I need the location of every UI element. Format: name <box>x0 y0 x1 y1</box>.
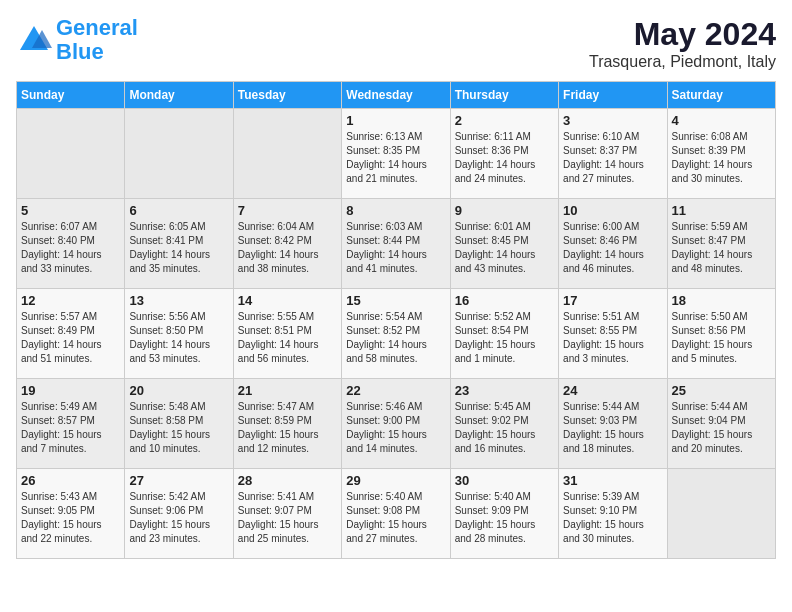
cell-info: Sunrise: 5:43 AM Sunset: 9:05 PM Dayligh… <box>21 490 120 546</box>
day-header-saturday: Saturday <box>667 82 775 109</box>
calendar-cell: 29Sunrise: 5:40 AM Sunset: 9:08 PM Dayli… <box>342 469 450 559</box>
day-number: 12 <box>21 293 120 308</box>
week-row-4: 19Sunrise: 5:49 AM Sunset: 8:57 PM Dayli… <box>17 379 776 469</box>
day-number: 4 <box>672 113 771 128</box>
cell-info: Sunrise: 6:13 AM Sunset: 8:35 PM Dayligh… <box>346 130 445 186</box>
cell-info: Sunrise: 5:56 AM Sunset: 8:50 PM Dayligh… <box>129 310 228 366</box>
day-number: 20 <box>129 383 228 398</box>
day-number: 24 <box>563 383 662 398</box>
day-header-thursday: Thursday <box>450 82 558 109</box>
day-number: 26 <box>21 473 120 488</box>
calendar-cell <box>125 109 233 199</box>
calendar-cell: 8Sunrise: 6:03 AM Sunset: 8:44 PM Daylig… <box>342 199 450 289</box>
logo-line1: General <box>56 15 138 40</box>
logo-text: General Blue <box>56 16 138 64</box>
cell-info: Sunrise: 6:04 AM Sunset: 8:42 PM Dayligh… <box>238 220 337 276</box>
cell-info: Sunrise: 5:51 AM Sunset: 8:55 PM Dayligh… <box>563 310 662 366</box>
day-number: 19 <box>21 383 120 398</box>
cell-info: Sunrise: 5:39 AM Sunset: 9:10 PM Dayligh… <box>563 490 662 546</box>
calendar-cell: 22Sunrise: 5:46 AM Sunset: 9:00 PM Dayli… <box>342 379 450 469</box>
cell-info: Sunrise: 5:52 AM Sunset: 8:54 PM Dayligh… <box>455 310 554 366</box>
cell-info: Sunrise: 5:47 AM Sunset: 8:59 PM Dayligh… <box>238 400 337 456</box>
logo: General Blue <box>16 16 138 64</box>
title-block: May 2024 Trasquera, Piedmont, Italy <box>589 16 776 71</box>
cell-info: Sunrise: 6:05 AM Sunset: 8:41 PM Dayligh… <box>129 220 228 276</box>
day-number: 1 <box>346 113 445 128</box>
days-of-week-row: SundayMondayTuesdayWednesdayThursdayFrid… <box>17 82 776 109</box>
day-number: 25 <box>672 383 771 398</box>
day-number: 15 <box>346 293 445 308</box>
cell-info: Sunrise: 5:55 AM Sunset: 8:51 PM Dayligh… <box>238 310 337 366</box>
day-number: 14 <box>238 293 337 308</box>
day-header-monday: Monday <box>125 82 233 109</box>
cell-info: Sunrise: 5:44 AM Sunset: 9:04 PM Dayligh… <box>672 400 771 456</box>
calendar-cell: 6Sunrise: 6:05 AM Sunset: 8:41 PM Daylig… <box>125 199 233 289</box>
calendar-cell: 28Sunrise: 5:41 AM Sunset: 9:07 PM Dayli… <box>233 469 341 559</box>
calendar-cell: 7Sunrise: 6:04 AM Sunset: 8:42 PM Daylig… <box>233 199 341 289</box>
calendar-cell: 15Sunrise: 5:54 AM Sunset: 8:52 PM Dayli… <box>342 289 450 379</box>
calendar-cell: 20Sunrise: 5:48 AM Sunset: 8:58 PM Dayli… <box>125 379 233 469</box>
calendar-cell: 27Sunrise: 5:42 AM Sunset: 9:06 PM Dayli… <box>125 469 233 559</box>
calendar-cell: 31Sunrise: 5:39 AM Sunset: 9:10 PM Dayli… <box>559 469 667 559</box>
calendar-cell: 4Sunrise: 6:08 AM Sunset: 8:39 PM Daylig… <box>667 109 775 199</box>
calendar-cell <box>233 109 341 199</box>
calendar-cell: 17Sunrise: 5:51 AM Sunset: 8:55 PM Dayli… <box>559 289 667 379</box>
week-row-1: 1Sunrise: 6:13 AM Sunset: 8:35 PM Daylig… <box>17 109 776 199</box>
day-number: 17 <box>563 293 662 308</box>
calendar-cell: 2Sunrise: 6:11 AM Sunset: 8:36 PM Daylig… <box>450 109 558 199</box>
calendar-cell: 5Sunrise: 6:07 AM Sunset: 8:40 PM Daylig… <box>17 199 125 289</box>
calendar-cell: 12Sunrise: 5:57 AM Sunset: 8:49 PM Dayli… <box>17 289 125 379</box>
day-number: 6 <box>129 203 228 218</box>
calendar-cell: 16Sunrise: 5:52 AM Sunset: 8:54 PM Dayli… <box>450 289 558 379</box>
day-number: 30 <box>455 473 554 488</box>
week-row-3: 12Sunrise: 5:57 AM Sunset: 8:49 PM Dayli… <box>17 289 776 379</box>
day-number: 10 <box>563 203 662 218</box>
day-number: 2 <box>455 113 554 128</box>
calendar-cell: 3Sunrise: 6:10 AM Sunset: 8:37 PM Daylig… <box>559 109 667 199</box>
calendar-cell: 21Sunrise: 5:47 AM Sunset: 8:59 PM Dayli… <box>233 379 341 469</box>
cell-info: Sunrise: 6:10 AM Sunset: 8:37 PM Dayligh… <box>563 130 662 186</box>
day-number: 22 <box>346 383 445 398</box>
page-header: General Blue May 2024 Trasquera, Piedmon… <box>16 16 776 71</box>
calendar-cell <box>667 469 775 559</box>
cell-info: Sunrise: 5:59 AM Sunset: 8:47 PM Dayligh… <box>672 220 771 276</box>
cell-info: Sunrise: 6:08 AM Sunset: 8:39 PM Dayligh… <box>672 130 771 186</box>
calendar-table: SundayMondayTuesdayWednesdayThursdayFrid… <box>16 81 776 559</box>
day-number: 11 <box>672 203 771 218</box>
cell-info: Sunrise: 6:11 AM Sunset: 8:36 PM Dayligh… <box>455 130 554 186</box>
calendar-cell: 30Sunrise: 5:40 AM Sunset: 9:09 PM Dayli… <box>450 469 558 559</box>
day-header-friday: Friday <box>559 82 667 109</box>
day-number: 8 <box>346 203 445 218</box>
cell-info: Sunrise: 5:40 AM Sunset: 9:08 PM Dayligh… <box>346 490 445 546</box>
calendar-cell: 10Sunrise: 6:00 AM Sunset: 8:46 PM Dayli… <box>559 199 667 289</box>
logo-line2: Blue <box>56 39 104 64</box>
day-number: 18 <box>672 293 771 308</box>
calendar-cell: 9Sunrise: 6:01 AM Sunset: 8:45 PM Daylig… <box>450 199 558 289</box>
day-number: 9 <box>455 203 554 218</box>
calendar-cell: 19Sunrise: 5:49 AM Sunset: 8:57 PM Dayli… <box>17 379 125 469</box>
calendar-cell: 24Sunrise: 5:44 AM Sunset: 9:03 PM Dayli… <box>559 379 667 469</box>
day-number: 21 <box>238 383 337 398</box>
day-number: 16 <box>455 293 554 308</box>
cell-info: Sunrise: 5:45 AM Sunset: 9:02 PM Dayligh… <box>455 400 554 456</box>
cell-info: Sunrise: 5:57 AM Sunset: 8:49 PM Dayligh… <box>21 310 120 366</box>
location: Trasquera, Piedmont, Italy <box>589 53 776 71</box>
calendar-cell: 11Sunrise: 5:59 AM Sunset: 8:47 PM Dayli… <box>667 199 775 289</box>
calendar-cell: 13Sunrise: 5:56 AM Sunset: 8:50 PM Dayli… <box>125 289 233 379</box>
cell-info: Sunrise: 5:41 AM Sunset: 9:07 PM Dayligh… <box>238 490 337 546</box>
week-row-2: 5Sunrise: 6:07 AM Sunset: 8:40 PM Daylig… <box>17 199 776 289</box>
day-number: 27 <box>129 473 228 488</box>
day-number: 31 <box>563 473 662 488</box>
calendar-cell: 14Sunrise: 5:55 AM Sunset: 8:51 PM Dayli… <box>233 289 341 379</box>
cell-info: Sunrise: 5:42 AM Sunset: 9:06 PM Dayligh… <box>129 490 228 546</box>
cell-info: Sunrise: 5:50 AM Sunset: 8:56 PM Dayligh… <box>672 310 771 366</box>
logo-icon <box>16 22 52 58</box>
calendar-cell: 1Sunrise: 6:13 AM Sunset: 8:35 PM Daylig… <box>342 109 450 199</box>
cell-info: Sunrise: 6:07 AM Sunset: 8:40 PM Dayligh… <box>21 220 120 276</box>
calendar-cell: 26Sunrise: 5:43 AM Sunset: 9:05 PM Dayli… <box>17 469 125 559</box>
week-row-5: 26Sunrise: 5:43 AM Sunset: 9:05 PM Dayli… <box>17 469 776 559</box>
cell-info: Sunrise: 5:44 AM Sunset: 9:03 PM Dayligh… <box>563 400 662 456</box>
calendar-cell: 23Sunrise: 5:45 AM Sunset: 9:02 PM Dayli… <box>450 379 558 469</box>
cell-info: Sunrise: 5:48 AM Sunset: 8:58 PM Dayligh… <box>129 400 228 456</box>
month-year: May 2024 <box>589 16 776 53</box>
